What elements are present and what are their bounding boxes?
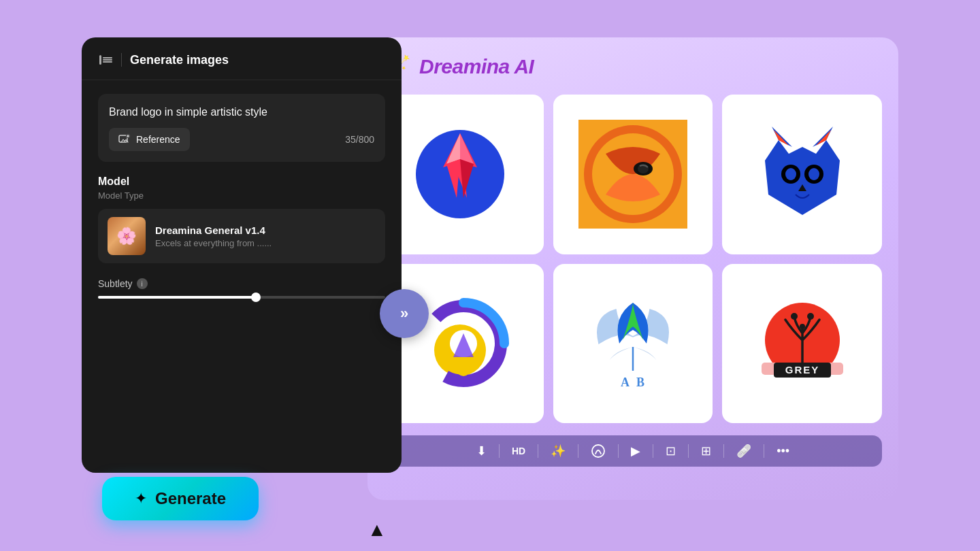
expand-icon[interactable]: ⊡ xyxy=(666,444,676,458)
toolbar-divider-6 xyxy=(688,444,689,458)
right-panel: 🪄 Dreamina AI xyxy=(368,37,898,500)
svg-text:B: B xyxy=(636,375,644,389)
generated-image-5[interactable]: A B xyxy=(553,264,713,424)
model-thumbnail xyxy=(108,217,146,255)
reference-button[interactable]: Reference xyxy=(109,128,190,151)
generate-star-icon: ✦ xyxy=(135,490,147,507)
model-name: Dreamina General v1.4 xyxy=(155,224,376,236)
toolbar-divider-3 xyxy=(578,444,578,458)
svg-rect-0 xyxy=(99,55,101,65)
svg-point-34 xyxy=(807,313,814,320)
generated-image-2[interactable] xyxy=(553,95,713,254)
svg-point-33 xyxy=(791,313,798,320)
subtlety-label: Subtlety xyxy=(98,278,133,289)
generated-image-4[interactable] xyxy=(384,264,544,424)
model-label: Model xyxy=(98,176,385,188)
model-info: Dreamina General v1.4 Excels at everythi… xyxy=(155,224,376,248)
panel-title: Generate images xyxy=(130,53,229,67)
char-count: 35/800 xyxy=(345,134,374,145)
download-icon[interactable]: ⬇ xyxy=(476,444,487,458)
generate-label: Generate xyxy=(155,489,226,508)
slider-thumb xyxy=(251,293,261,302)
generate-button[interactable]: ✦ Generate xyxy=(102,477,259,520)
prompt-box[interactable]: Brand logo in simple artistic style xyxy=(98,94,385,162)
model-description: Excels at everything from ...... xyxy=(155,238,376,248)
svg-point-35 xyxy=(800,324,805,329)
model-card[interactable]: Dreamina General v1.4 Excels at everythi… xyxy=(98,209,385,263)
toolbar-divider-5 xyxy=(653,444,653,458)
grid-icon[interactable]: ⊞ xyxy=(701,444,711,458)
expand-button[interactable]: » xyxy=(380,289,429,338)
model-section: Model Model Type Dreamina General v1.4 E… xyxy=(98,176,385,263)
image-grid: A B xyxy=(384,95,882,423)
generate-button-wrapper: ✦ Generate ▲ xyxy=(102,477,259,520)
toolbar-divider-1 xyxy=(499,444,500,458)
svg-point-22 xyxy=(808,168,819,180)
svg-point-39 xyxy=(592,445,604,457)
dreamina-title: Dreamina AI xyxy=(419,55,534,78)
play-icon[interactable]: ▶ xyxy=(631,444,640,458)
enhance-icon[interactable]: ✨ xyxy=(551,444,566,458)
toolbar-divider-8 xyxy=(764,444,764,458)
model-type-label: Model Type xyxy=(98,190,385,201)
subtlety-slider[interactable] xyxy=(98,296,385,299)
svg-text:A: A xyxy=(621,375,630,389)
edit-icon[interactable] xyxy=(591,444,606,458)
svg-point-28 xyxy=(457,363,470,376)
mouse-cursor: ▲ xyxy=(368,519,387,541)
prompt-text: Brand logo in simple artistic style xyxy=(109,105,374,120)
svg-point-21 xyxy=(785,168,796,180)
toolbar-divider-4 xyxy=(618,444,619,458)
chevron-double-icon: » xyxy=(400,305,408,322)
generated-image-6[interactable]: GREY xyxy=(722,264,882,424)
dreamina-header: 🪄 Dreamina AI xyxy=(384,54,882,80)
left-panel: Generate images Brand logo in simple art… xyxy=(82,37,402,473)
reference-label: Reference xyxy=(136,134,180,145)
header-divider xyxy=(121,53,122,67)
image-toolbar: ⬇ HD ✨ ▶ ⊡ ⊞ 🩹 ••• xyxy=(384,435,882,467)
info-icon: i xyxy=(137,278,148,289)
hd-button[interactable]: HD xyxy=(512,446,525,456)
svg-text:GREY: GREY xyxy=(785,364,819,375)
more-options-icon[interactable]: ••• xyxy=(777,444,789,458)
subtlety-section: Subtlety i xyxy=(98,278,385,299)
toolbar-divider-2 xyxy=(538,444,538,458)
generated-image-1[interactable] xyxy=(384,95,544,254)
generated-image-3[interactable] xyxy=(722,95,882,254)
slider-fill xyxy=(98,296,256,299)
sidebar-toggle-icon[interactable] xyxy=(98,52,113,67)
panel-header: Generate images xyxy=(82,37,402,80)
reference-icon xyxy=(118,133,131,146)
toolbar-divider-7 xyxy=(723,444,724,458)
bandaid-icon[interactable]: 🩹 xyxy=(736,444,751,458)
